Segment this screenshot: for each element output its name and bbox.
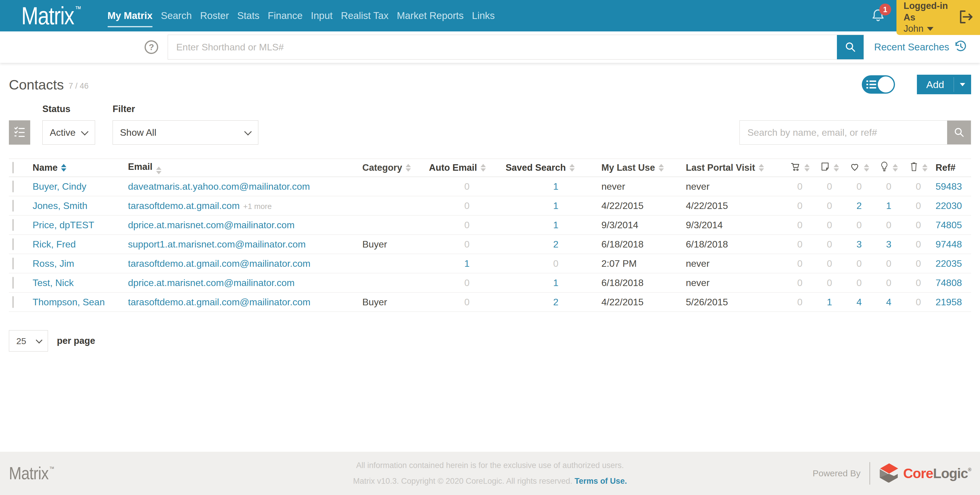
heart-count-link[interactable]: 4 <box>856 297 862 307</box>
footer: Matrix™ All information contained herein… <box>0 452 980 495</box>
trademark: ™ <box>75 5 81 13</box>
email-more-label[interactable]: +1 more <box>243 202 272 211</box>
nav-finance[interactable]: Finance <box>268 0 302 32</box>
column-header-ref[interactable]: Ref# <box>933 163 971 173</box>
column-header-cart[interactable] <box>785 161 815 174</box>
column-header-name[interactable]: Name <box>30 163 127 173</box>
ref-number-link[interactable]: 21958 <box>935 297 962 307</box>
nav-market-reports[interactable]: Market Reports <box>397 0 464 32</box>
column-header-category[interactable]: Category <box>361 163 412 173</box>
sort-icon <box>570 164 575 172</box>
recent-searches-link[interactable]: Recent Searches <box>874 39 967 56</box>
column-header-heart[interactable] <box>844 161 874 174</box>
nav-links[interactable]: Links <box>472 0 495 32</box>
contact-name-link[interactable]: Ross, Jim <box>33 258 74 269</box>
status-select[interactable]: Active <box>42 120 95 145</box>
manage-columns-button[interactable] <box>9 120 30 145</box>
contact-email-link[interactable]: dprice.at.marisnet.com@mailinator.com <box>128 278 294 288</box>
contact-email-link[interactable]: tarasoftdemo.at.gmail.com <box>128 200 240 211</box>
auto-email-count: 0 <box>464 278 469 288</box>
lightbulb-count-link[interactable]: 3 <box>886 239 891 249</box>
my-last-use-cell: 2:07 PM <box>575 258 678 269</box>
contact-name-link[interactable]: Rick, Fred <box>33 239 76 249</box>
ref-number-link[interactable]: 22030 <box>935 200 962 211</box>
ref-number-link[interactable]: 74808 <box>935 278 962 288</box>
column-header-my-last-use[interactable]: My Last Use <box>575 163 678 173</box>
trademark: ™ <box>49 466 54 482</box>
contact-name-link[interactable]: Jones, Smith <box>33 200 88 211</box>
saved-search-count-link[interactable]: 2 <box>553 297 558 307</box>
row-checkbox[interactable] <box>13 277 14 289</box>
search-icon <box>953 126 965 139</box>
ref-number-link[interactable]: 59483 <box>935 181 962 192</box>
contact-email-link[interactable]: tarasoftdemo.at.gmail.com@mailinator.com <box>128 258 310 269</box>
column-header-saved-search[interactable]: Saved Search <box>486 163 575 173</box>
row-checkbox[interactable] <box>13 180 14 192</box>
auto-email-count-link[interactable]: 1 <box>464 258 469 269</box>
cart-count: 0 <box>797 278 803 288</box>
nav-search[interactable]: Search <box>161 0 192 32</box>
column-header-note[interactable] <box>815 161 844 174</box>
row-checkbox[interactable] <box>13 257 14 270</box>
nav-roster[interactable]: Roster <box>200 0 229 32</box>
lightbulb-count: 0 <box>886 278 891 288</box>
row-checkbox[interactable] <box>13 219 14 231</box>
saved-search-count-link[interactable]: 1 <box>553 200 558 211</box>
footer-copyright: Matrix v10.3. Copyright © 2020 CoreLogic… <box>353 477 572 485</box>
contact-search-button[interactable] <box>947 121 971 144</box>
auto-email-count: 0 <box>464 220 469 230</box>
ref-number-link[interactable]: 97448 <box>935 239 962 249</box>
list-view-toggle[interactable] <box>862 75 895 94</box>
last-portal-visit-cell: 5/26/2015 <box>678 297 785 308</box>
logged-in-user-menu[interactable]: Logged-in As John <box>896 0 980 35</box>
nav-realist-tax[interactable]: Realist Tax <box>341 0 389 32</box>
contact-search-input[interactable] <box>740 121 947 144</box>
contact-name-link[interactable]: Test, Nick <box>33 278 74 288</box>
add-dropdown-button[interactable] <box>954 75 971 94</box>
sort-icon <box>864 164 869 172</box>
saved-search-count-link[interactable]: 1 <box>553 278 558 288</box>
lightbulb-icon <box>880 161 889 175</box>
heart-count-link[interactable]: 2 <box>856 200 862 211</box>
column-header-email[interactable]: Email <box>127 161 361 174</box>
column-header-lightbulb[interactable] <box>874 161 904 175</box>
ref-number-link[interactable]: 74805 <box>935 220 962 230</box>
saved-search-count-link[interactable]: 1 <box>553 220 558 230</box>
select-all-checkbox[interactable] <box>13 162 14 173</box>
logout-icon[interactable] <box>956 8 974 27</box>
column-header-trash[interactable] <box>904 161 933 174</box>
shorthand-search-input[interactable] <box>168 35 837 59</box>
terms-of-use-link[interactable]: Terms of Use. <box>575 477 627 485</box>
saved-search-count-link[interactable]: 1 <box>553 181 558 192</box>
contact-name-link[interactable]: Buyer, Cindy <box>33 181 86 192</box>
filter-select[interactable]: Show All <box>113 120 258 145</box>
contact-name-link[interactable]: Thompson, Sean <box>33 297 105 307</box>
trash-count: 0 <box>916 220 921 230</box>
note-count-link[interactable]: 1 <box>827 297 832 307</box>
nav-stats[interactable]: Stats <box>237 0 259 32</box>
row-checkbox[interactable] <box>13 238 14 250</box>
lightbulb-count-link[interactable]: 4 <box>886 297 891 307</box>
add-button[interactable]: Add <box>917 75 954 94</box>
help-icon[interactable]: ? <box>145 40 158 54</box>
contact-name-link[interactable]: Price, dpTEST <box>33 220 94 230</box>
notifications-button[interactable]: 1 <box>870 0 886 32</box>
contact-email-link[interactable]: tarasoftdemo.at.gmail.com@mailinator.com <box>128 297 310 308</box>
nav-input[interactable]: Input <box>311 0 332 32</box>
column-header-last-portal-visit[interactable]: Last Portal Visit <box>678 163 785 173</box>
row-checkbox[interactable] <box>13 200 14 212</box>
contact-email-link[interactable]: daveatmaris.at.yahoo.com@mailinator.com <box>128 181 310 192</box>
lightbulb-count-link[interactable]: 1 <box>886 200 891 211</box>
contact-email-link[interactable]: dprice.at.marisnet.com@mailinator.com <box>128 220 294 231</box>
heart-count: 0 <box>856 181 862 192</box>
contact-email-link[interactable]: support1.at.marisnet.com@mailinator.com <box>128 239 306 250</box>
row-checkbox[interactable] <box>13 296 14 308</box>
page-size-select[interactable]: 25 <box>9 330 48 351</box>
ref-number-link[interactable]: 22035 <box>935 258 962 269</box>
corelogic-logic-text: Logic <box>933 465 968 481</box>
shorthand-search-button[interactable] <box>837 35 864 59</box>
column-header-auto-email[interactable]: Auto Email <box>412 163 486 173</box>
saved-search-count-link[interactable]: 2 <box>553 239 558 249</box>
nav-my-matrix[interactable]: My Matrix <box>108 0 153 32</box>
heart-count-link[interactable]: 3 <box>856 239 862 249</box>
